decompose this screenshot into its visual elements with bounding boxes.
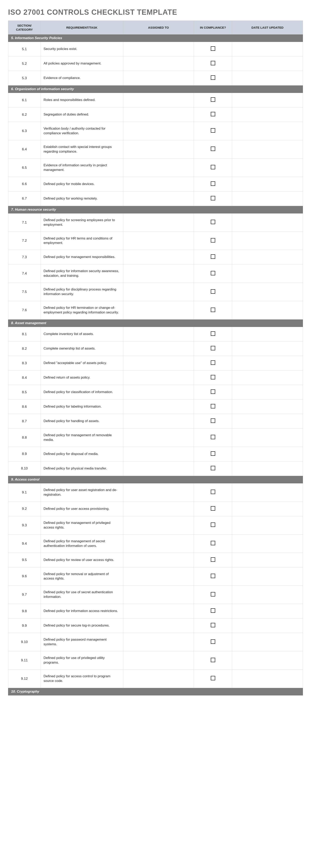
cell-assigned-to[interactable] [123, 327, 194, 341]
cell-assigned-to[interactable] [123, 122, 194, 140]
cell-assigned-to[interactable] [123, 586, 194, 604]
cell-assigned-to[interactable] [123, 447, 194, 461]
cell-assigned-to[interactable] [123, 213, 194, 231]
cell-date-updated[interactable] [232, 385, 303, 400]
compliance-checkbox[interactable] [211, 308, 215, 312]
compliance-checkbox[interactable] [211, 557, 215, 562]
cell-date-updated[interactable] [232, 213, 303, 231]
cell-date-updated[interactable] [232, 567, 303, 586]
compliance-checkbox[interactable] [211, 112, 215, 116]
cell-assigned-to[interactable] [123, 371, 194, 385]
compliance-checkbox[interactable] [211, 640, 215, 644]
cell-assigned-to[interactable] [123, 670, 194, 688]
cell-date-updated[interactable] [232, 191, 303, 206]
cell-assigned-to[interactable] [123, 177, 194, 191]
cell-assigned-to[interactable] [123, 516, 194, 534]
cell-assigned-to[interactable] [123, 633, 194, 651]
compliance-checkbox[interactable] [211, 506, 215, 510]
cell-assigned-to[interactable] [123, 553, 194, 567]
cell-assigned-to[interactable] [123, 341, 194, 356]
cell-assigned-to[interactable] [123, 429, 194, 447]
compliance-checkbox[interactable] [211, 254, 215, 259]
cell-date-updated[interactable] [232, 71, 303, 86]
cell-assigned-to[interactable] [123, 265, 194, 283]
cell-date-updated[interactable] [232, 140, 303, 158]
cell-date-updated[interactable] [232, 501, 303, 516]
cell-assigned-to[interactable] [123, 567, 194, 586]
compliance-checkbox[interactable] [211, 128, 215, 133]
cell-date-updated[interactable] [232, 429, 303, 447]
compliance-checkbox[interactable] [211, 165, 215, 169]
compliance-checkbox[interactable] [211, 61, 215, 65]
cell-date-updated[interactable] [232, 534, 303, 553]
cell-date-updated[interactable] [232, 341, 303, 356]
cell-date-updated[interactable] [232, 618, 303, 633]
cell-assigned-to[interactable] [123, 71, 194, 86]
cell-date-updated[interactable] [232, 42, 303, 57]
compliance-checkbox[interactable] [211, 466, 215, 470]
cell-date-updated[interactable] [232, 122, 303, 140]
cell-date-updated[interactable] [232, 461, 303, 476]
cell-date-updated[interactable] [232, 57, 303, 71]
cell-date-updated[interactable] [232, 516, 303, 534]
cell-date-updated[interactable] [232, 400, 303, 414]
cell-assigned-to[interactable] [123, 534, 194, 553]
cell-assigned-to[interactable] [123, 356, 194, 371]
compliance-checkbox[interactable] [211, 220, 215, 224]
cell-date-updated[interactable] [232, 107, 303, 122]
cell-date-updated[interactable] [232, 586, 303, 604]
compliance-checkbox[interactable] [211, 490, 215, 494]
compliance-checkbox[interactable] [211, 196, 215, 200]
cell-assigned-to[interactable] [123, 158, 194, 177]
compliance-checkbox[interactable] [211, 289, 215, 294]
compliance-checkbox[interactable] [211, 46, 215, 51]
cell-assigned-to[interactable] [123, 400, 194, 414]
cell-date-updated[interactable] [232, 553, 303, 567]
cell-assigned-to[interactable] [123, 483, 194, 501]
cell-assigned-to[interactable] [123, 191, 194, 206]
compliance-checkbox[interactable] [211, 361, 215, 365]
cell-assigned-to[interactable] [123, 651, 194, 670]
cell-assigned-to[interactable] [123, 57, 194, 71]
compliance-checkbox[interactable] [211, 181, 215, 186]
cell-assigned-to[interactable] [123, 93, 194, 107]
cell-assigned-to[interactable] [123, 250, 194, 265]
compliance-checkbox[interactable] [211, 375, 215, 379]
cell-date-updated[interactable] [232, 93, 303, 107]
compliance-checkbox[interactable] [211, 404, 215, 408]
cell-date-updated[interactable] [232, 371, 303, 385]
compliance-checkbox[interactable] [211, 346, 215, 350]
compliance-checkbox[interactable] [211, 147, 215, 151]
cell-date-updated[interactable] [232, 250, 303, 265]
cell-assigned-to[interactable] [123, 283, 194, 301]
cell-date-updated[interactable] [232, 158, 303, 177]
compliance-checkbox[interactable] [211, 523, 215, 527]
compliance-checkbox[interactable] [211, 623, 215, 627]
cell-date-updated[interactable] [232, 283, 303, 301]
cell-assigned-to[interactable] [123, 231, 194, 250]
cell-assigned-to[interactable] [123, 301, 194, 319]
cell-assigned-to[interactable] [123, 140, 194, 158]
cell-assigned-to[interactable] [123, 604, 194, 618]
cell-date-updated[interactable] [232, 483, 303, 501]
compliance-checkbox[interactable] [211, 658, 215, 662]
cell-date-updated[interactable] [232, 633, 303, 651]
compliance-checkbox[interactable] [211, 608, 215, 613]
cell-assigned-to[interactable] [123, 618, 194, 633]
cell-assigned-to[interactable] [123, 42, 194, 57]
cell-assigned-to[interactable] [123, 385, 194, 400]
cell-date-updated[interactable] [232, 414, 303, 429]
compliance-checkbox[interactable] [211, 676, 215, 680]
cell-date-updated[interactable] [232, 231, 303, 250]
cell-date-updated[interactable] [232, 177, 303, 191]
compliance-checkbox[interactable] [211, 592, 215, 596]
cell-date-updated[interactable] [232, 670, 303, 688]
cell-date-updated[interactable] [232, 604, 303, 618]
cell-date-updated[interactable] [232, 327, 303, 341]
cell-date-updated[interactable] [232, 265, 303, 283]
compliance-checkbox[interactable] [211, 331, 215, 336]
cell-assigned-to[interactable] [123, 107, 194, 122]
cell-date-updated[interactable] [232, 651, 303, 670]
compliance-checkbox[interactable] [211, 418, 215, 423]
compliance-checkbox[interactable] [211, 97, 215, 102]
